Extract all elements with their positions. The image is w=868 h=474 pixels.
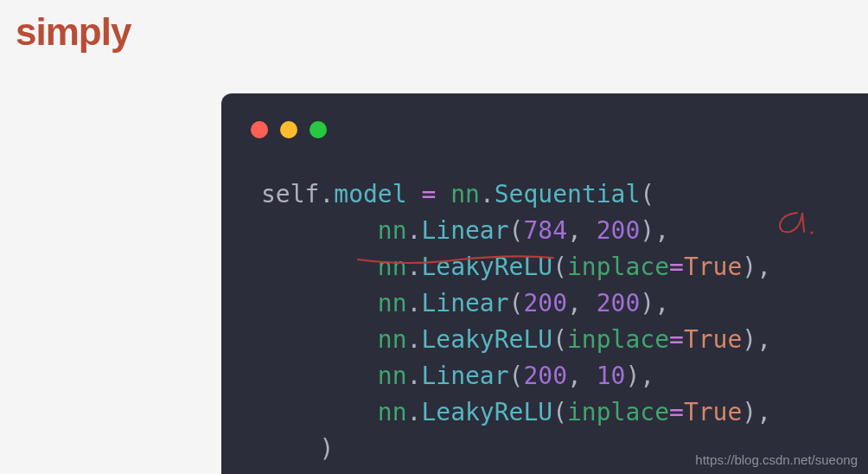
code-token bbox=[582, 216, 597, 245]
code-token: inplace bbox=[567, 325, 669, 354]
code-token: . bbox=[407, 216, 422, 245]
code-token: ( bbox=[552, 398, 567, 426]
code-token: . bbox=[407, 325, 422, 354]
code-token: ( bbox=[509, 289, 524, 317]
watermark: https://blog.csdn.net/sueong bbox=[695, 452, 858, 467]
code-token: 200 bbox=[597, 216, 641, 245]
code-token bbox=[407, 180, 422, 208]
code-token: ( bbox=[509, 362, 524, 390]
code-token: , bbox=[756, 325, 771, 354]
code-token bbox=[582, 289, 597, 317]
code-token: , bbox=[567, 362, 582, 390]
code-token bbox=[261, 253, 378, 281]
code-token: LeakyReLU bbox=[421, 253, 552, 281]
code-token: ) bbox=[742, 398, 756, 426]
code-token: . bbox=[407, 398, 422, 426]
code-token: ) bbox=[625, 362, 640, 390]
window-controls bbox=[251, 121, 327, 138]
code-token: nn bbox=[378, 398, 407, 426]
code-token: 200 bbox=[597, 289, 641, 317]
code-token: nn bbox=[378, 325, 407, 354]
code-token: = bbox=[669, 253, 684, 281]
code-token: . bbox=[407, 362, 422, 390]
code-token: , bbox=[567, 216, 582, 245]
code-token: . bbox=[407, 289, 422, 317]
code-token: ) bbox=[640, 216, 654, 245]
code-token: 10 bbox=[597, 362, 626, 390]
code-token: nn bbox=[378, 289, 407, 317]
code-token: , bbox=[756, 253, 771, 281]
code-token bbox=[261, 434, 319, 463]
slide-heading: simply bbox=[16, 10, 131, 54]
code-token: Linear bbox=[421, 216, 508, 245]
code-token: ( bbox=[509, 216, 524, 245]
code-token: . bbox=[480, 180, 495, 208]
code-token: , bbox=[640, 362, 654, 390]
code-token: ( bbox=[552, 325, 567, 354]
code-token: 200 bbox=[523, 362, 567, 390]
code-token: 200 bbox=[523, 289, 567, 317]
code-token: . bbox=[319, 180, 334, 208]
code-token: Linear bbox=[421, 289, 508, 317]
code-window: self.model = nn.Sequential( nn.Linear(78… bbox=[221, 93, 868, 474]
close-icon bbox=[251, 121, 268, 138]
maximize-icon bbox=[310, 121, 327, 138]
code-token: ( bbox=[552, 253, 567, 281]
code-token bbox=[261, 325, 378, 354]
code-token: Linear bbox=[421, 362, 508, 390]
code-token: nn bbox=[450, 180, 480, 208]
code-token: LeakyReLU bbox=[421, 398, 552, 426]
code-token: , bbox=[756, 398, 771, 426]
code-token: ) bbox=[319, 434, 334, 463]
code-token bbox=[436, 180, 450, 208]
code-token bbox=[261, 289, 378, 317]
minimize-icon bbox=[280, 121, 297, 138]
code-token: , bbox=[654, 289, 669, 317]
code-token: nn bbox=[378, 362, 407, 390]
code-token: True bbox=[684, 398, 742, 426]
code-token: LeakyReLU bbox=[421, 325, 552, 354]
alpha-annotation-icon bbox=[773, 206, 816, 240]
code-token: ) bbox=[742, 253, 756, 281]
code-token: , bbox=[567, 289, 582, 317]
code-token: , bbox=[654, 216, 669, 245]
code-token bbox=[261, 398, 378, 426]
code-token: Sequential bbox=[495, 180, 641, 208]
code-token: True bbox=[684, 325, 742, 354]
code-token: . bbox=[407, 253, 422, 281]
code-token: = bbox=[669, 325, 684, 354]
code-token: inplace bbox=[567, 398, 669, 426]
code-token bbox=[261, 362, 378, 390]
code-token: self bbox=[261, 180, 319, 208]
code-token: ) bbox=[640, 289, 654, 317]
code-token bbox=[582, 362, 597, 390]
code-token: = bbox=[421, 180, 436, 208]
code-token: 784 bbox=[523, 216, 567, 245]
code-token: nn bbox=[378, 253, 407, 281]
code-token: model bbox=[334, 180, 406, 208]
svg-point-0 bbox=[811, 232, 814, 234]
code-token bbox=[261, 216, 378, 245]
code-token: True bbox=[684, 253, 742, 281]
code-token: = bbox=[669, 398, 684, 426]
code-area: self.model = nn.Sequential( nn.Linear(78… bbox=[261, 176, 771, 467]
code-token: ( bbox=[640, 180, 654, 208]
code-token: nn bbox=[378, 216, 407, 245]
code-token: ) bbox=[742, 325, 756, 354]
code-token: inplace bbox=[567, 253, 669, 281]
